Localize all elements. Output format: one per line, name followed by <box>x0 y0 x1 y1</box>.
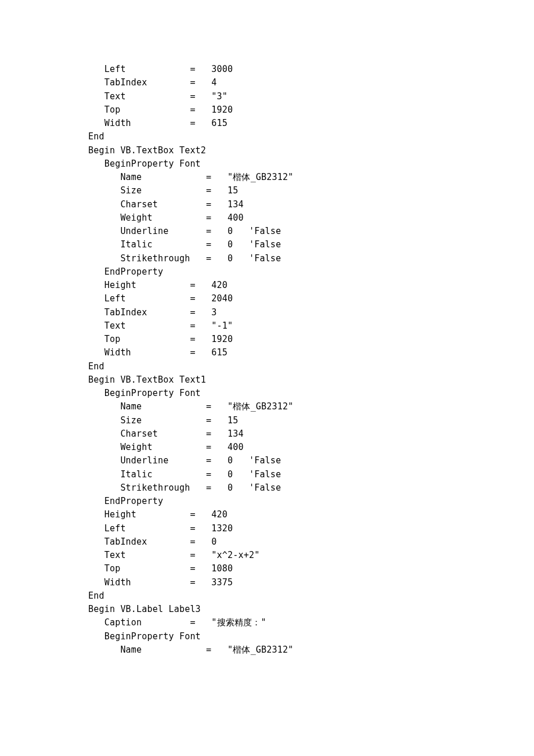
code-listing: Left = 3000 TabIndex = 4 Text = "3" Top … <box>0 63 534 657</box>
document-page: Left = 3000 TabIndex = 4 Text = "3" Top … <box>0 0 534 756</box>
